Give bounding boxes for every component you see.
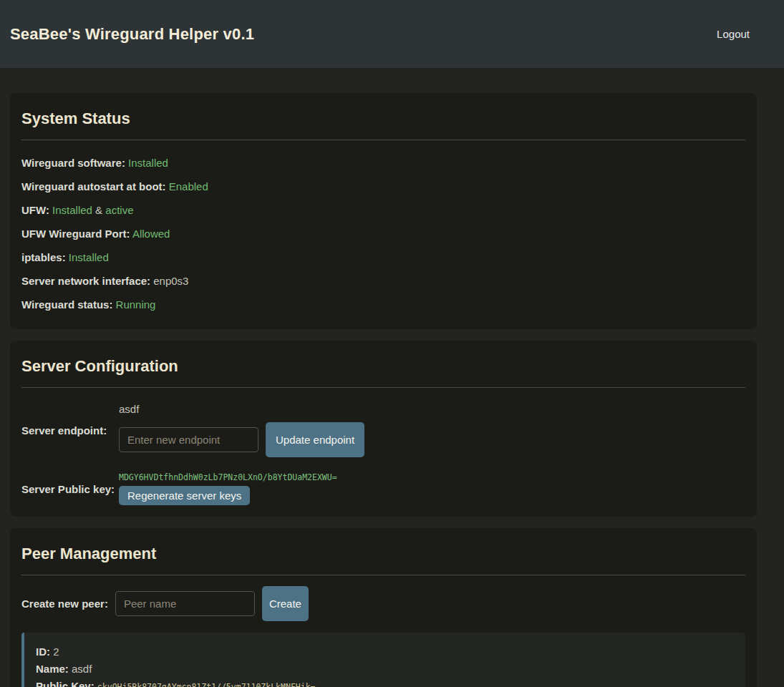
status-value: Allowed	[132, 228, 170, 240]
peer-card: ID: 2 Name: asdf Public Key: ckyOHj5Bk87…	[21, 633, 745, 687]
peer-name-label: Name:	[36, 663, 69, 675]
section-divider	[21, 140, 745, 140]
peer-public-key-label: Public Key:	[36, 680, 95, 687]
status-label: UFW:	[21, 204, 49, 216]
peer-name-input[interactable]	[115, 591, 255, 616]
server-endpoint-row: Server endpoint: asdf Update endpoint	[21, 403, 745, 457]
create-peer-button[interactable]: Create	[262, 586, 309, 621]
status-item-network-interface: Server network interface: enp0s3	[21, 275, 745, 288]
server-config-card: Server Configuration Server endpoint: as…	[10, 341, 757, 517]
status-label: Wireguard status:	[21, 298, 112, 311]
status-label: Wireguard software:	[21, 157, 125, 169]
status-value: enp0s3	[153, 275, 188, 287]
status-label: Server network interface:	[21, 275, 150, 287]
peer-id-line: ID: 2	[36, 645, 734, 658]
status-item-wireguard-status: Wireguard status: Running	[21, 298, 745, 311]
server-endpoint-current-value: asdf	[119, 403, 364, 415]
peer-name-line: Name: asdf	[36, 663, 734, 676]
status-value: Installed	[69, 251, 109, 263]
app-title: SeaBee's Wireguard Helper v0.1	[10, 25, 254, 44]
create-peer-label: Create new peer:	[21, 598, 108, 610]
status-value: Running	[116, 298, 156, 311]
status-item-wireguard-software: Wireguard software: Installed	[21, 157, 745, 170]
update-endpoint-button[interactable]: Update endpoint	[266, 422, 364, 457]
logout-link[interactable]: Logout	[717, 28, 750, 40]
server-public-key-label: Server Public key:	[21, 483, 119, 495]
status-value-2: active	[105, 204, 133, 216]
create-peer-row: Create new peer: Create	[21, 586, 745, 621]
peer-id-label: ID:	[36, 645, 50, 658]
status-label: iptables:	[21, 251, 66, 263]
status-label: UFW Wireguard Port:	[21, 228, 130, 240]
peer-public-key-value: ckyOHj5Bk8707gAYmcn81Zt1//5ym7110ZkLkMNF…	[97, 682, 316, 687]
system-status-title: System Status	[21, 109, 745, 129]
server-endpoint-label: Server endpoint:	[21, 424, 119, 437]
main-content: System Status Wireguard software: Instal…	[10, 93, 757, 687]
status-separator: &	[95, 204, 102, 216]
status-item-autostart: Wireguard autostart at boot: Enabled	[21, 180, 745, 193]
status-item-ufw-port: UFW Wireguard Port: Allowed	[21, 228, 745, 240]
status-value: Installed	[128, 157, 168, 169]
peer-management-title: Peer Management	[21, 544, 745, 564]
server-public-key-row: Server Public key: MDGY6HVDtfhnDdhW0zLb7…	[21, 472, 745, 505]
status-item-ufw: UFW: Installed & active	[21, 204, 745, 217]
server-config-title: Server Configuration	[21, 356, 745, 376]
section-divider	[21, 387, 745, 388]
peer-management-card: Peer Management Create new peer: Create …	[10, 528, 757, 687]
system-status-card: System Status Wireguard software: Instal…	[10, 93, 757, 329]
app-header: SeaBee's Wireguard Helper v0.1 Logout	[0, 0, 784, 68]
peer-id-value: 2	[53, 645, 59, 658]
status-label: Wireguard autostart at boot:	[21, 180, 166, 193]
section-divider	[21, 575, 745, 575]
peer-name-value: asdf	[72, 663, 92, 675]
regenerate-keys-button[interactable]: Regenerate server keys	[119, 486, 250, 505]
peer-public-key-line: Public Key: ckyOHj5Bk8707gAYmcn81Zt1//5y…	[36, 680, 734, 687]
status-value: Installed	[52, 204, 92, 216]
status-value: Enabled	[169, 180, 208, 193]
endpoint-input[interactable]	[119, 427, 258, 452]
server-public-key-value: MDGY6HVDtfhnDdhW0zLb7PNz0LXnO/b8YtDUaM2E…	[119, 472, 337, 482]
status-item-iptables: iptables: Installed	[21, 251, 745, 264]
